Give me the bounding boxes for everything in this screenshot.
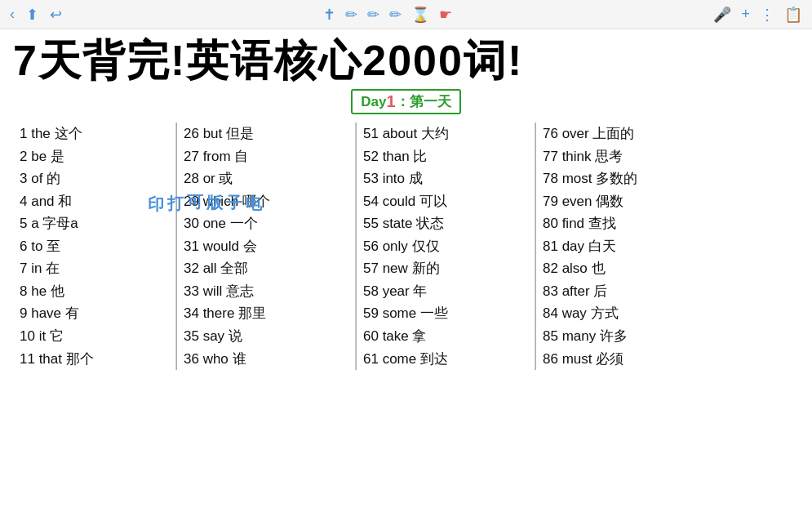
day-number: 1 — [387, 92, 396, 111]
list-item: 81 day 白天 — [543, 235, 708, 258]
list-item: 34 there 那里 — [184, 302, 348, 325]
day-cn: 第一天 — [410, 92, 451, 111]
list-item: 28 or 或 — [184, 167, 348, 190]
list-item: 86 must 必须 — [543, 348, 708, 371]
list-item: 52 than 比 — [363, 145, 528, 168]
word-column-2: 26 but 但是27 from 自28 or 或29 which 哪个30 o… — [176, 123, 356, 370]
day-badge: Day1：第一天 — [351, 89, 460, 114]
lasso-icon[interactable]: ⌛ — [411, 6, 429, 24]
list-item: 80 find 查找 — [543, 212, 708, 235]
watermark: 电子版可打印 — [146, 181, 264, 186]
list-item: 59 some 一些 — [363, 302, 528, 325]
share-icon[interactable]: ⬆ — [26, 6, 38, 24]
pencil3-icon[interactable]: ✏ — [389, 6, 402, 24]
list-item: 58 year 年 — [363, 280, 528, 303]
list-item: 27 from 自 — [184, 145, 348, 168]
day-colon: ： — [396, 92, 410, 111]
day-label: Day — [361, 94, 386, 110]
toolbar-right: 🎤 + ⋮ 📋 — [713, 6, 802, 24]
list-item: 10 it 它 — [20, 325, 169, 348]
list-item: 83 after 后 — [543, 280, 708, 303]
list-item: 55 state 状态 — [363, 212, 528, 235]
word-column-4: 76 over 上面的77 think 思考78 most 多数的79 even… — [535, 123, 715, 370]
list-item: 2 be 是 — [20, 145, 169, 168]
list-item: 29 which 哪个 — [184, 190, 348, 213]
day-header: Day1：第一天 — [13, 89, 799, 114]
list-item: 85 many 许多 — [543, 325, 708, 348]
list-item: 35 say 说 — [184, 325, 348, 348]
list-item: 60 take 拿 — [363, 325, 528, 348]
list-item: 31 would 会 — [184, 235, 348, 258]
list-item: 9 have 有 — [20, 302, 169, 325]
toolbar-center: ✝ ✏ ✏ ✏ ⌛ ☛ — [323, 6, 452, 24]
list-item: 5 a 字母a — [20, 212, 169, 235]
list-item: 57 new 新的 — [363, 257, 528, 280]
list-item: 4 and 和 — [20, 190, 169, 213]
add-icon[interactable]: + — [741, 6, 750, 23]
list-item: 82 also 也 — [543, 257, 708, 280]
toolbar-left: ‹ ⬆ ↩ — [10, 6, 62, 24]
list-item: 54 could 可以 — [363, 190, 528, 213]
cross-icon[interactable]: ✝ — [323, 6, 335, 24]
list-item: 79 even 偶数 — [543, 190, 708, 213]
back-icon[interactable]: ‹ — [10, 6, 15, 23]
list-item: 78 most 多数的 — [543, 167, 708, 190]
list-item: 53 into 成 — [363, 167, 528, 190]
list-item: 26 but 但是 — [184, 123, 348, 145]
list-item: 33 will 意志 — [184, 280, 348, 303]
list-item: 77 think 思考 — [543, 145, 708, 168]
word-column-3: 51 about 大约52 than 比53 into 成54 could 可以… — [356, 123, 535, 370]
list-item: 30 one 一个 — [184, 212, 348, 235]
hand-icon[interactable]: ☛ — [439, 6, 452, 24]
mic-icon[interactable]: 🎤 — [713, 6, 731, 24]
list-item: 3 of 的 — [20, 167, 169, 190]
list-item: 36 who 谁 — [184, 348, 348, 371]
pencil1-icon[interactable]: ✏ — [345, 6, 357, 24]
list-item: 76 over 上面的 — [543, 123, 708, 145]
word-column-1: 1 the 这个2 be 是3 of 的4 and 和5 a 字母a6 to 至… — [13, 123, 176, 370]
more-icon[interactable]: ⋮ — [760, 6, 774, 24]
word-grid: 电子版可打印 1 the 这个2 be 是3 of 的4 and 和5 a 字母… — [13, 123, 799, 370]
main-content: 7天背完!英语核心2000词! Day1：第一天 电子版可打印 1 the 这个… — [0, 29, 812, 370]
list-item: 1 the 这个 — [20, 123, 169, 145]
list-item: 51 about 大约 — [363, 123, 528, 145]
list-item: 6 to 至 — [20, 235, 169, 258]
clipboard-icon[interactable]: 📋 — [784, 6, 802, 24]
list-item: 32 all 全部 — [184, 257, 348, 280]
page-title: 7天背完!英语核心2000词! — [13, 38, 799, 84]
pencil2-icon[interactable]: ✏ — [367, 6, 379, 24]
list-item: 8 he 他 — [20, 280, 169, 303]
list-item: 7 in 在 — [20, 257, 169, 280]
toolbar: ‹ ⬆ ↩ ✝ ✏ ✏ ✏ ⌛ ☛ 🎤 + ⋮ 📋 — [0, 0, 812, 29]
undo-icon[interactable]: ↩ — [50, 6, 62, 24]
list-item: 56 only 仅仅 — [363, 235, 528, 258]
list-item: 11 that 那个 — [20, 348, 169, 371]
list-item: 61 come 到达 — [363, 348, 528, 371]
list-item: 84 way 方式 — [543, 302, 708, 325]
